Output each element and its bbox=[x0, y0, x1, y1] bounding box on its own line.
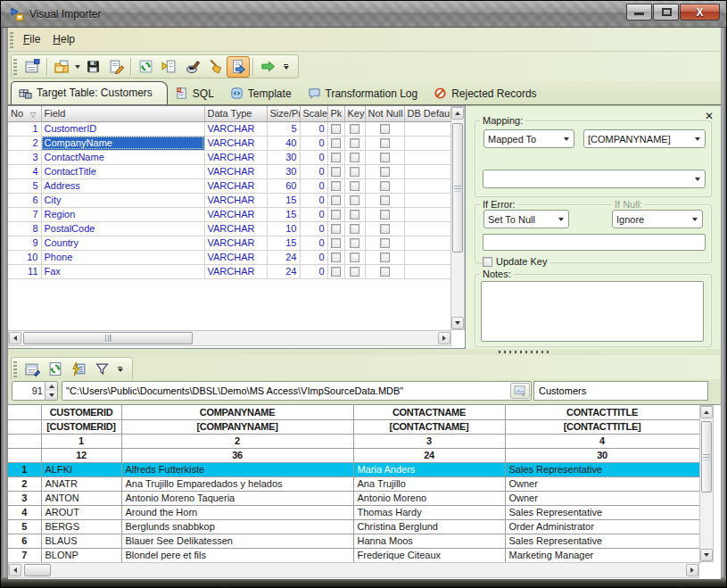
field-dbdefault-cell[interactable] bbox=[404, 236, 451, 250]
update-key-row[interactable]: Update Key bbox=[483, 256, 550, 267]
field-type-cell[interactable]: VARCHAR bbox=[204, 250, 267, 264]
data-grid-cell[interactable]: Sales Representative bbox=[505, 462, 699, 476]
field-name-cell[interactable]: Country bbox=[41, 236, 204, 250]
pk-checkbox[interactable] bbox=[331, 210, 341, 219]
pk-checkbox[interactable] bbox=[331, 267, 341, 277]
field-size-cell[interactable]: 24 bbox=[267, 264, 300, 278]
pk-checkbox[interactable] bbox=[331, 238, 341, 248]
vscroll-thumb[interactable] bbox=[701, 421, 712, 493]
field-size-cell[interactable]: 30 bbox=[267, 164, 300, 178]
key-checkbox[interactable] bbox=[350, 224, 359, 234]
data-grid-header-cell[interactable]: [CONTACTTITLE] bbox=[505, 419, 699, 434]
data-grid-cell[interactable]: Maria Anders bbox=[353, 462, 505, 476]
save-button[interactable] bbox=[81, 56, 104, 78]
key-checkbox[interactable] bbox=[350, 238, 359, 248]
key-checkbox[interactable] bbox=[350, 267, 359, 277]
field-grid-vscrollbar[interactable] bbox=[450, 106, 465, 330]
field-type-cell[interactable]: VARCHAR bbox=[204, 207, 267, 221]
field-size-cell[interactable]: 24 bbox=[267, 250, 300, 264]
scroll-right-button[interactable] bbox=[686, 564, 698, 576]
notes-textarea[interactable] bbox=[481, 281, 704, 342]
toolbar-overflow-button[interactable] bbox=[281, 55, 291, 78]
data-grid-cell[interactable]: Marketing Manager bbox=[505, 548, 699, 562]
tab-template[interactable]: Template bbox=[223, 83, 301, 104]
field-type-cell[interactable]: VARCHAR bbox=[204, 150, 267, 164]
splitter[interactable] bbox=[8, 349, 721, 355]
tab-rejected-records[interactable]: Rejected Records bbox=[426, 83, 545, 104]
title-bar[interactable]: Visual Importer X bbox=[1, 1, 727, 28]
data-rownum-cell[interactable]: 5 bbox=[8, 519, 41, 534]
not-null-checkbox[interactable] bbox=[380, 195, 390, 205]
field-size-cell[interactable]: 15 bbox=[267, 193, 300, 207]
field-size-cell[interactable]: 30 bbox=[267, 150, 300, 164]
mapping-button[interactable] bbox=[227, 56, 250, 78]
not-null-checkbox[interactable] bbox=[380, 138, 390, 148]
data-grid-cell[interactable]: ANTON bbox=[41, 491, 121, 505]
not-null-checkbox[interactable] bbox=[380, 224, 390, 234]
data-grid-header-cell[interactable]: CONTACTTITLE bbox=[505, 405, 699, 419]
scroll-up-button[interactable] bbox=[700, 406, 713, 418]
field-dbdefault-cell[interactable] bbox=[404, 264, 451, 278]
pk-checkbox[interactable] bbox=[331, 124, 341, 134]
field-dbdefault-cell[interactable] bbox=[404, 164, 451, 178]
tab-sql[interactable]: SQL bbox=[168, 83, 223, 104]
key-checkbox[interactable] bbox=[350, 153, 359, 162]
not-null-checkbox[interactable] bbox=[380, 181, 390, 191]
refresh-button[interactable] bbox=[134, 56, 157, 78]
data-grid-header-cell[interactable]: [COMPANYNAME] bbox=[121, 419, 353, 434]
field-scale-cell[interactable]: 0 bbox=[300, 193, 327, 207]
data-rownum-cell[interactable]: 4 bbox=[8, 505, 41, 519]
field-no-cell[interactable]: 10 bbox=[8, 250, 41, 264]
data-rownum-cell[interactable]: 7 bbox=[8, 548, 41, 562]
field-size-cell[interactable]: 60 bbox=[267, 178, 300, 193]
field-scale-cell[interactable]: 0 bbox=[300, 236, 327, 250]
edit-button[interactable] bbox=[104, 56, 128, 78]
not-null-checkbox[interactable] bbox=[380, 253, 390, 262]
field-dbdefault-cell[interactable] bbox=[404, 250, 451, 264]
table-name-input[interactable] bbox=[534, 382, 707, 400]
field-type-cell[interactable]: VARCHAR bbox=[204, 264, 267, 278]
data-grid-cell[interactable]: AROUT bbox=[41, 505, 121, 519]
field-scale-cell[interactable]: 0 bbox=[300, 178, 327, 193]
not-null-checkbox[interactable] bbox=[380, 124, 390, 134]
field-size-cell[interactable]: 40 bbox=[267, 136, 300, 150]
data-grid-cell[interactable]: ALFKI bbox=[41, 462, 121, 476]
data-grid-cell[interactable]: Around the Horn bbox=[121, 505, 353, 519]
data-grid-cell[interactable]: Sales Representative bbox=[505, 505, 699, 519]
field-name-cell[interactable]: CompanyName bbox=[41, 136, 204, 150]
field-name-cell[interactable]: Region bbox=[41, 207, 204, 221]
field-no-cell[interactable]: 5 bbox=[8, 178, 41, 193]
field-no-cell[interactable]: 8 bbox=[8, 221, 41, 236]
field-dbdefault-cell[interactable] bbox=[404, 221, 451, 236]
field-grid-column-header-0[interactable]: No▽ bbox=[8, 106, 41, 121]
data-grid-header-cell[interactable]: [CONTACTNAME] bbox=[353, 419, 505, 434]
key-checkbox[interactable] bbox=[350, 195, 359, 205]
field-size-cell[interactable]: 5 bbox=[267, 121, 300, 136]
field-scale-cell[interactable]: 0 bbox=[300, 121, 327, 136]
data-grid-cell[interactable]: BERGS bbox=[41, 519, 121, 534]
scroll-left-button[interactable] bbox=[9, 564, 21, 576]
field-dbdefault-cell[interactable] bbox=[404, 121, 451, 136]
data-grid-cell[interactable]: Thomas Hardy bbox=[353, 505, 505, 519]
execute-button[interactable] bbox=[256, 56, 279, 78]
data-grid-vscrollbar[interactable] bbox=[699, 405, 714, 562]
properties-button[interactable] bbox=[21, 56, 44, 78]
field-scale-cell[interactable]: 0 bbox=[300, 264, 327, 278]
data-rownum-cell[interactable]: 1 bbox=[8, 462, 41, 476]
key-checkbox[interactable] bbox=[350, 181, 359, 191]
pk-checkbox[interactable] bbox=[331, 195, 341, 205]
field-grid-column-header-3[interactable]: Size/Pri bbox=[267, 106, 300, 121]
data-grid-cell[interactable]: Berglunds snabbkop bbox=[121, 519, 353, 534]
field-name-cell[interactable]: Phone bbox=[41, 250, 204, 264]
data-grid-header-cell[interactable]: CUSTOMERID bbox=[41, 405, 121, 419]
field-dbdefault-cell[interactable] bbox=[404, 136, 451, 150]
quick-view-button[interactable] bbox=[67, 359, 90, 380]
field-type-cell[interactable]: VARCHAR bbox=[204, 221, 267, 236]
field-grid-column-header-8[interactable]: DB Default bbox=[404, 106, 451, 121]
pk-checkbox[interactable] bbox=[331, 181, 341, 191]
field-name-cell[interactable]: Address bbox=[41, 178, 204, 193]
data-grid-header-cell[interactable]: COMPANYNAME bbox=[121, 405, 353, 419]
browse-button[interactable] bbox=[510, 383, 530, 399]
spin-down-button[interactable] bbox=[45, 391, 57, 400]
field-no-cell[interactable]: 9 bbox=[8, 236, 41, 250]
